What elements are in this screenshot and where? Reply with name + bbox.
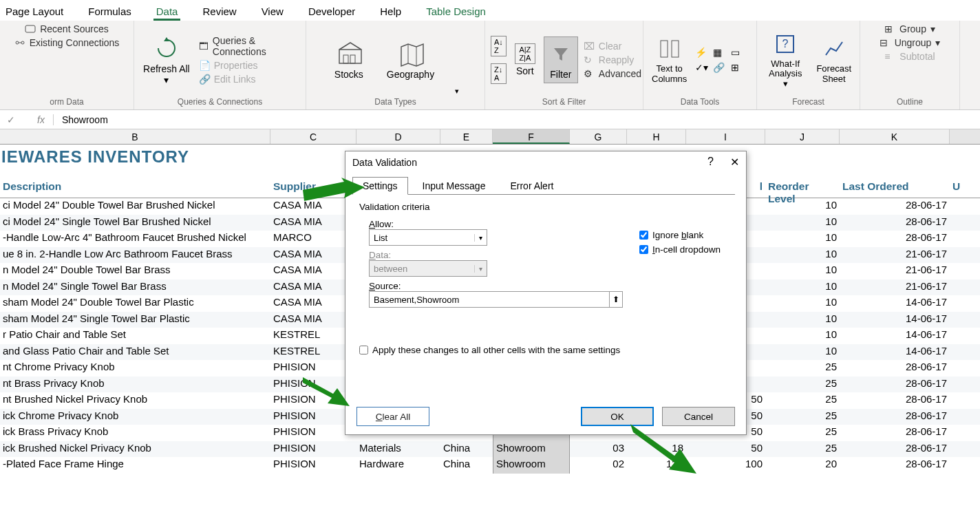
annotation-arrow-3 <box>630 424 699 479</box>
what-if-icon: ? <box>771 30 799 58</box>
reapply-icon: ↻ <box>584 54 595 65</box>
cancel-button[interactable]: Cancel <box>662 407 735 426</box>
apply-to-others-checkbox[interactable] <box>359 346 368 354</box>
sort-za-icon[interactable]: Z↓A <box>491 63 507 84</box>
ungroup-button[interactable]: ⊟Ungroup▾ <box>880 37 941 48</box>
col-f[interactable]: F <box>493 129 570 144</box>
tab-data[interactable]: Data <box>153 4 181 21</box>
filter-button[interactable]: Filter <box>544 36 578 83</box>
col-k[interactable]: K <box>840 129 950 144</box>
col-c[interactable]: C <box>270 129 356 144</box>
edit-links-button[interactable]: 🔗Edit Links <box>199 74 300 85</box>
tab-error-alert[interactable]: Error Alert <box>500 177 564 195</box>
svg-marker-12 <box>303 178 365 201</box>
range-picker-icon[interactable]: ⬆ <box>609 291 623 308</box>
refresh-all-button[interactable]: Refresh All ▾ <box>140 32 193 88</box>
header-reorder-level[interactable]: Reorder Level <box>765 179 840 198</box>
formula-input[interactable] <box>54 114 980 125</box>
svg-marker-13 <box>303 377 350 406</box>
data-model-icon[interactable]: ⊞ <box>731 62 745 73</box>
group-button[interactable]: ⊞Group▾ <box>884 23 935 34</box>
dialog-title: Data Validation <box>352 157 417 168</box>
filter-icon <box>547 40 575 67</box>
table-row[interactable]: -Plated Face Frame HingePHISIONHardwareC… <box>0 457 980 474</box>
svg-marker-14 <box>630 424 696 474</box>
tab-input-message[interactable]: Input Message <box>412 177 496 195</box>
col-d[interactable]: D <box>356 129 440 144</box>
ignore-blank-label: Ignore blank <box>652 230 703 240</box>
incell-dropdown-checkbox[interactable] <box>639 245 648 254</box>
source-label: Source: <box>369 281 623 291</box>
text-to-columns-icon <box>656 35 683 63</box>
recent-sources-button[interactable]: Recent Sources <box>25 23 109 34</box>
links-icon: 🔗 <box>199 74 210 85</box>
svg-point-2 <box>21 41 24 44</box>
dialog-help-button[interactable]: ? <box>707 156 714 169</box>
tab-review[interactable]: Review <box>200 4 239 21</box>
advanced-icon: ⚙ <box>584 68 595 79</box>
remove-duplicates-icon[interactable]: ▦ <box>713 47 727 58</box>
data-validation-icon[interactable]: ✓▾ <box>695 62 709 73</box>
ribbon-body: Recent Sources Existing Connections orm … <box>0 21 980 110</box>
col-h[interactable]: H <box>627 129 686 144</box>
tab-developer[interactable]: Developer <box>306 4 358 21</box>
forecast-sheet-button[interactable]: ForecastSheet <box>813 32 854 87</box>
geography-button[interactable]: Geography <box>384 37 437 83</box>
recent-sources-icon <box>25 23 36 34</box>
subtotal-icon: ≡ <box>884 51 895 62</box>
consolidate-icon[interactable]: ▭ <box>731 47 745 58</box>
col-e[interactable]: E <box>440 129 493 144</box>
column-headers: B C D E F G H I J K <box>0 129 980 145</box>
col-j[interactable]: J <box>765 129 840 144</box>
clear-all-button[interactable]: Clear All <box>356 407 429 426</box>
col-i[interactable]: I <box>686 129 765 144</box>
ungroup-icon: ⊟ <box>880 37 891 48</box>
queries-connections-button[interactable]: 🗔Queries & Connections <box>199 35 300 57</box>
allow-select[interactable]: List▾ <box>369 229 487 246</box>
data-types-more[interactable]: ▾ <box>455 87 459 96</box>
source-input[interactable] <box>369 291 610 308</box>
fx-icon[interactable]: fx <box>29 114 54 125</box>
data-select: between▾ <box>369 260 487 277</box>
tab-view[interactable]: View <box>259 4 286 21</box>
reapply-button[interactable]: ↻Reapply <box>584 54 641 65</box>
header-description[interactable]: Description <box>0 179 270 198</box>
group-label-data-tools: Data Tools <box>649 96 751 107</box>
subtotal-button[interactable]: ≡Subtotal <box>884 51 935 62</box>
ok-button[interactable]: OK <box>581 407 654 426</box>
stocks-button[interactable]: Stocks <box>332 37 366 83</box>
text-to-columns-button[interactable]: Text toColumns <box>649 32 690 87</box>
col-b[interactable]: B <box>0 129 270 144</box>
ignore-blank-checkbox[interactable] <box>639 231 648 240</box>
refresh-icon <box>153 34 180 62</box>
formula-bar: ✓ fx <box>0 110 980 129</box>
flash-fill-icon[interactable]: ⚡ <box>695 47 709 58</box>
properties-button[interactable]: 📄Properties <box>199 60 300 71</box>
cancel-icon[interactable]: ✓ <box>0 114 29 125</box>
data-label: Data: <box>369 250 623 260</box>
tab-table-design[interactable]: Table Design <box>423 4 489 21</box>
tab-formulas[interactable]: Formulas <box>85 4 134 21</box>
col-g[interactable]: G <box>570 129 627 144</box>
existing-connections-button[interactable]: Existing Connections <box>14 37 120 48</box>
geography-icon <box>397 40 425 67</box>
dialog-close-button[interactable]: ✕ <box>730 156 739 169</box>
table-row[interactable]: ick Brushed Nickel Privacy KnobPHISIONMa… <box>0 441 980 458</box>
group-label-outline: Outline <box>866 96 954 107</box>
header-last-ordered[interactable]: Last Ordered <box>840 179 950 198</box>
allow-label: Allow: <box>369 219 623 229</box>
group-label-sort-filter: Sort & Filter <box>491 96 637 107</box>
relationships-icon[interactable]: 🔗 <box>713 62 727 73</box>
sort-az-icon[interactable]: A↓Z <box>491 36 507 56</box>
advanced-filter-button[interactable]: ⚙Advanced <box>584 68 641 79</box>
what-if-button[interactable]: ? What-IfAnalysis ▾ <box>763 28 808 92</box>
clear-filter-button[interactable]: ⌧Clear <box>584 41 641 52</box>
annotation-arrow-2 <box>303 373 351 408</box>
sort-button[interactable]: A|ZZ|A Sort <box>512 41 538 79</box>
stocks-icon <box>335 40 363 67</box>
tab-page-layout[interactable]: Page Layout <box>3 4 66 21</box>
svg-rect-8 <box>661 41 668 57</box>
properties-icon: 📄 <box>199 60 210 71</box>
tab-help[interactable]: Help <box>377 4 404 21</box>
apply-to-others-label: Apply these changes to all other cells w… <box>372 345 620 355</box>
